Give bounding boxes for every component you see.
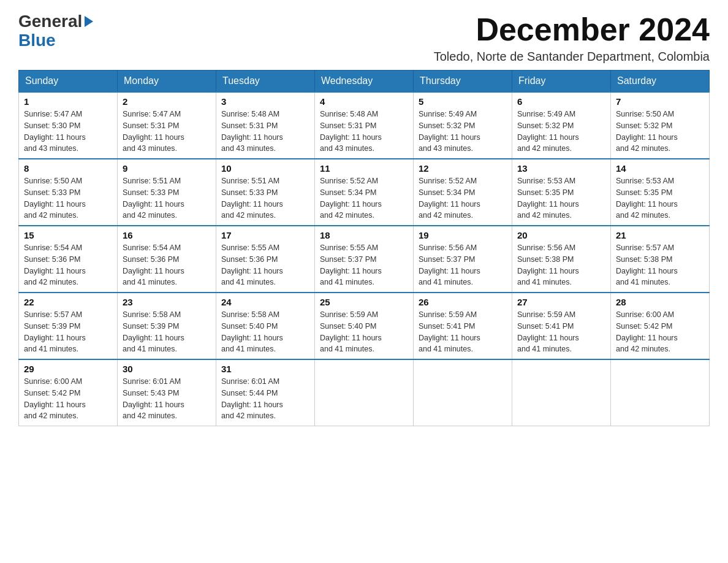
day-number: 13 [517,163,605,174]
week-row-2: 8Sunrise: 5:50 AM Sunset: 5:33 PM Daylig… [19,159,710,226]
calendar-cell: 16Sunrise: 5:54 AM Sunset: 5:36 PM Dayli… [118,226,216,293]
day-number: 14 [616,163,704,174]
calendar-cell: 26Sunrise: 5:59 AM Sunset: 5:41 PM Dayli… [414,293,512,359]
calendar-cell: 20Sunrise: 5:56 AM Sunset: 5:38 PM Dayli… [512,226,611,293]
day-number: 8 [24,163,112,174]
day-number: 18 [320,230,408,240]
day-number: 10 [221,163,309,174]
calendar-cell: 22Sunrise: 5:57 AM Sunset: 5:39 PM Dayli… [19,293,118,359]
day-info: Sunrise: 5:58 AM Sunset: 5:39 PM Dayligh… [123,309,211,355]
day-number: 31 [221,364,309,374]
day-number: 28 [616,297,704,307]
logo-blue-text: Blue [18,31,93,50]
calendar-cell: 18Sunrise: 5:55 AM Sunset: 5:37 PM Dayli… [315,226,414,293]
day-info: Sunrise: 5:48 AM Sunset: 5:31 PM Dayligh… [320,109,408,155]
calendar-cell: 3Sunrise: 5:48 AM Sunset: 5:31 PM Daylig… [216,92,315,159]
day-info: Sunrise: 6:00 AM Sunset: 5:42 PM Dayligh… [616,309,704,355]
calendar-cell: 24Sunrise: 5:58 AM Sunset: 5:40 PM Dayli… [216,293,315,359]
header-day-friday: Friday [512,71,611,93]
day-info: Sunrise: 5:59 AM Sunset: 5:40 PM Dayligh… [320,309,408,355]
calendar-cell: 11Sunrise: 5:52 AM Sunset: 5:34 PM Dayli… [315,159,414,226]
calendar-cell: 17Sunrise: 5:55 AM Sunset: 5:36 PM Dayli… [216,226,315,293]
calendar-cell: 19Sunrise: 5:56 AM Sunset: 5:37 PM Dayli… [414,226,512,293]
day-number: 30 [123,364,211,374]
day-number: 6 [517,96,605,107]
day-number: 22 [24,297,112,307]
day-number: 12 [419,163,507,174]
calendar-cell: 5Sunrise: 5:49 AM Sunset: 5:32 PM Daylig… [414,92,512,159]
calendar-cell: 21Sunrise: 5:57 AM Sunset: 5:38 PM Dayli… [611,226,710,293]
calendar-cell: 23Sunrise: 5:58 AM Sunset: 5:39 PM Dayli… [118,293,216,359]
day-info: Sunrise: 5:56 AM Sunset: 5:37 PM Dayligh… [419,242,507,288]
day-number: 7 [616,96,704,107]
day-info: Sunrise: 5:52 AM Sunset: 5:34 PM Dayligh… [419,175,507,221]
day-number: 20 [517,230,605,240]
calendar-cell: 25Sunrise: 5:59 AM Sunset: 5:40 PM Dayli… [315,293,414,359]
day-number: 25 [320,297,408,307]
day-info: Sunrise: 5:54 AM Sunset: 5:36 PM Dayligh… [123,242,211,288]
page-header: General Blue December 2024 Toledo, Norte… [18,12,710,64]
header-day-tuesday: Tuesday [216,71,315,93]
header-day-saturday: Saturday [611,71,710,93]
header-day-sunday: Sunday [19,71,118,93]
calendar-cell: 6Sunrise: 5:49 AM Sunset: 5:32 PM Daylig… [512,92,611,159]
day-number: 11 [320,163,408,174]
logo-general-text: General [18,12,82,31]
week-row-4: 22Sunrise: 5:57 AM Sunset: 5:39 PM Dayli… [19,293,710,359]
day-number: 16 [123,230,211,240]
calendar-cell: 13Sunrise: 5:53 AM Sunset: 5:35 PM Dayli… [512,159,611,226]
calendar-cell: 12Sunrise: 5:52 AM Sunset: 5:34 PM Dayli… [414,159,512,226]
day-info: Sunrise: 5:54 AM Sunset: 5:36 PM Dayligh… [24,242,112,288]
day-number: 26 [419,297,507,307]
day-info: Sunrise: 6:01 AM Sunset: 5:43 PM Dayligh… [123,376,211,422]
calendar-cell: 31Sunrise: 6:01 AM Sunset: 5:44 PM Dayli… [216,359,315,426]
day-info: Sunrise: 5:53 AM Sunset: 5:35 PM Dayligh… [517,175,605,221]
week-row-5: 29Sunrise: 6:00 AM Sunset: 5:42 PM Dayli… [19,359,710,426]
day-info: Sunrise: 5:50 AM Sunset: 5:33 PM Dayligh… [24,175,112,221]
header-day-wednesday: Wednesday [315,71,414,93]
calendar-cell: 30Sunrise: 6:01 AM Sunset: 5:43 PM Dayli… [118,359,216,426]
day-info: Sunrise: 5:53 AM Sunset: 5:35 PM Dayligh… [616,175,704,221]
day-info: Sunrise: 6:01 AM Sunset: 5:44 PM Dayligh… [221,376,309,422]
calendar-cell: 29Sunrise: 6:00 AM Sunset: 5:42 PM Dayli… [19,359,118,426]
calendar-cell [414,359,512,426]
week-row-3: 15Sunrise: 5:54 AM Sunset: 5:36 PM Dayli… [19,226,710,293]
calendar-cell [315,359,414,426]
day-info: Sunrise: 5:51 AM Sunset: 5:33 PM Dayligh… [123,175,211,221]
calendar-cell: 4Sunrise: 5:48 AM Sunset: 5:31 PM Daylig… [315,92,414,159]
day-number: 15 [24,230,112,240]
day-number: 21 [616,230,704,240]
day-info: Sunrise: 5:57 AM Sunset: 5:38 PM Dayligh… [616,242,704,288]
calendar-cell: 28Sunrise: 6:00 AM Sunset: 5:42 PM Dayli… [611,293,710,359]
day-info: Sunrise: 5:47 AM Sunset: 5:31 PM Dayligh… [123,109,211,155]
day-info: Sunrise: 5:55 AM Sunset: 5:36 PM Dayligh… [221,242,309,288]
day-info: Sunrise: 5:51 AM Sunset: 5:33 PM Dayligh… [221,175,309,221]
day-info: Sunrise: 5:57 AM Sunset: 5:39 PM Dayligh… [24,309,112,355]
calendar-cell: 14Sunrise: 5:53 AM Sunset: 5:35 PM Dayli… [611,159,710,226]
calendar-cell: 10Sunrise: 5:51 AM Sunset: 5:33 PM Dayli… [216,159,315,226]
title-section: December 2024 Toledo, Norte de Santander… [434,12,710,64]
calendar-cell: 2Sunrise: 5:47 AM Sunset: 5:31 PM Daylig… [118,92,216,159]
calendar-cell: 1Sunrise: 5:47 AM Sunset: 5:30 PM Daylig… [19,92,118,159]
calendar-table: SundayMondayTuesdayWednesdayThursdayFrid… [18,70,710,426]
day-number: 24 [221,297,309,307]
day-number: 5 [419,96,507,107]
day-number: 3 [221,96,309,107]
header-day-monday: Monday [118,71,216,93]
day-info: Sunrise: 5:52 AM Sunset: 5:34 PM Dayligh… [320,175,408,221]
calendar-cell: 27Sunrise: 5:59 AM Sunset: 5:41 PM Dayli… [512,293,611,359]
day-number: 29 [24,364,112,374]
calendar-cell: 9Sunrise: 5:51 AM Sunset: 5:33 PM Daylig… [118,159,216,226]
week-row-1: 1Sunrise: 5:47 AM Sunset: 5:30 PM Daylig… [19,92,710,159]
day-info: Sunrise: 5:47 AM Sunset: 5:30 PM Dayligh… [24,109,112,155]
header-row: SundayMondayTuesdayWednesdayThursdayFrid… [19,71,710,93]
day-info: Sunrise: 5:56 AM Sunset: 5:38 PM Dayligh… [517,242,605,288]
day-info: Sunrise: 5:55 AM Sunset: 5:37 PM Dayligh… [320,242,408,288]
logo: General Blue [18,12,93,50]
calendar-cell: 7Sunrise: 5:50 AM Sunset: 5:32 PM Daylig… [611,92,710,159]
logo-arrow-icon [85,16,93,27]
day-info: Sunrise: 5:50 AM Sunset: 5:32 PM Dayligh… [616,109,704,155]
calendar-cell: 8Sunrise: 5:50 AM Sunset: 5:33 PM Daylig… [19,159,118,226]
day-number: 23 [123,297,211,307]
day-info: Sunrise: 5:49 AM Sunset: 5:32 PM Dayligh… [419,109,507,155]
